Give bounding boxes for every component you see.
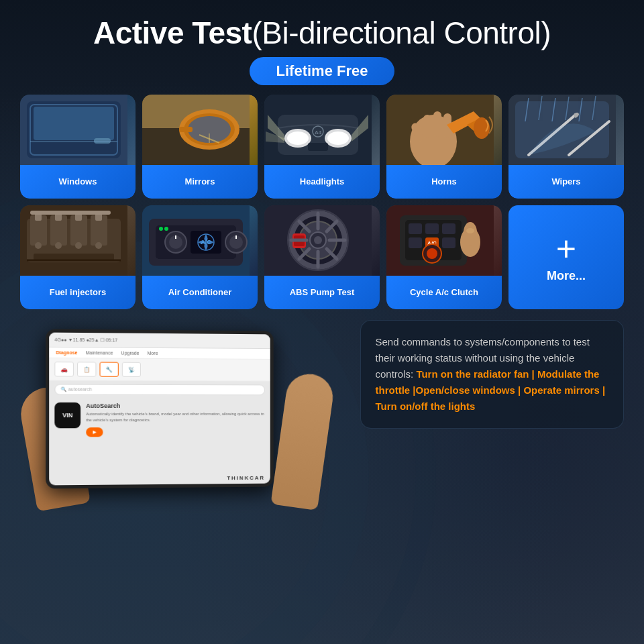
more-label: More... [547,269,586,283]
windows-image [20,95,136,165]
cycle-image: A/C [386,205,502,276]
info-card: Send commands to systems/components to t… [360,320,625,429]
svg-rect-26 [423,115,431,138]
svg-point-100 [427,248,437,259]
title-normal: (Bi-directional Control) [252,15,551,50]
svg-point-52 [35,242,42,249]
wipers-label: Wipers [508,165,624,199]
svg-rect-93 [442,223,455,234]
windows-label: Windows [20,165,136,199]
svg-point-71 [164,227,168,231]
feature-grid-row2: Fuel injectors [20,205,624,309]
svg-text:A/C: A/C [201,239,211,246]
feature-horns[interactable]: Horns [386,95,502,199]
svg-rect-21 [308,143,328,151]
header-section: Active Test(Bi-directional Control) Life… [20,16,624,85]
svg-point-18 [287,131,309,145]
feature-fuel-injectors[interactable]: Fuel injectors [20,205,136,309]
abs-image [264,205,380,276]
more-plus-icon: + [556,231,576,266]
mirrors-image [142,95,258,165]
svg-rect-3 [34,107,114,140]
svg-point-55 [95,242,102,249]
fuel-image [20,205,136,276]
svg-rect-94 [409,237,422,248]
headlights-label: Headlights [264,165,380,199]
feature-wipers[interactable]: Wipers [508,95,624,199]
horns-image [386,95,502,165]
svg-rect-4 [94,138,111,144]
lifetime-free-badge: Lifetime Free [250,57,395,85]
headlights-image: A4 [264,95,380,165]
svg-rect-14 [179,127,193,132]
mirrors-label: Mirrors [142,165,258,199]
main-title: Active Test(Bi-directional Control) [20,16,624,50]
svg-point-53 [55,242,62,249]
svg-text:A4: A4 [315,129,322,136]
svg-point-104 [466,228,474,233]
feature-cycle-ac[interactable]: A/C Cycle A/c Clutch [386,205,502,309]
feature-mirrors[interactable]: Mirrors [142,95,258,199]
svg-point-54 [75,242,82,249]
svg-rect-27 [433,111,441,137]
info-text: Send commands to systems/components to t… [376,334,609,415]
feature-air-conditioner[interactable]: A/C Air Conditioner [142,205,258,309]
svg-rect-97 [442,237,455,248]
air-conditioner-label: Air Conditioner [142,276,258,309]
svg-point-70 [159,227,163,231]
wipers-image [508,95,624,165]
ac-image: A/C [142,205,258,276]
feature-grid-row1: Windows [20,95,624,199]
svg-rect-92 [425,223,439,234]
feature-headlights[interactable]: A4 Headlights [264,95,380,199]
svg-rect-91 [409,223,422,234]
title-bold: Active Test [93,15,252,50]
svg-point-87 [314,236,322,244]
feature-abs-pump[interactable]: ABS Pump Test [264,205,380,309]
svg-point-20 [327,131,349,145]
abs-pump-label: ABS Pump Test [264,276,380,309]
bottom-section: 4G●● ▼11.85 ●25▲ ☐ 05:17 Diagnose Mainte… [20,320,624,508]
horns-label: Horns [386,165,502,199]
cycle-ac-label: Cycle A/c Clutch [386,276,502,309]
more-features[interactable]: + More... [508,205,624,309]
fuel-injectors-label: Fuel injectors [20,276,136,309]
svg-rect-51 [30,211,111,215]
feature-windows[interactable]: Windows [20,95,136,199]
device-container: 4G●● ▼11.85 ●25▲ ☐ 05:17 Diagnose Mainte… [20,320,347,508]
